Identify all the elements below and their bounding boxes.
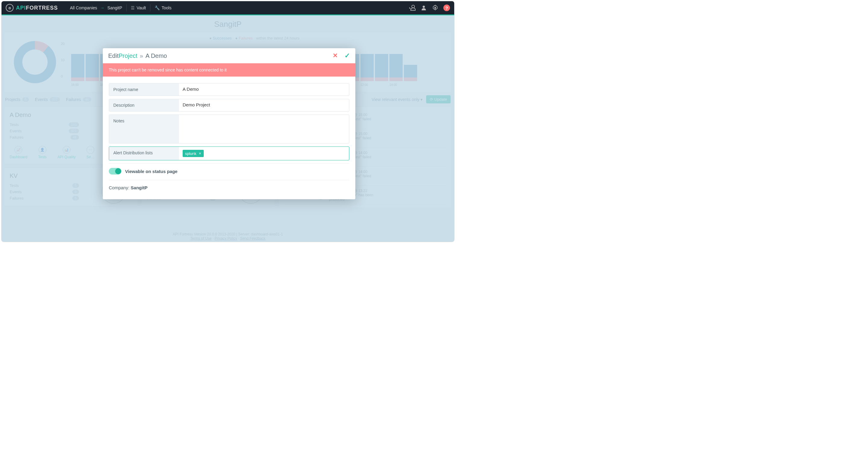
close-icon[interactable]: ✕ (333, 52, 338, 60)
tag-chip[interactable]: splunk × (183, 150, 204, 157)
project-name-input[interactable] (183, 87, 345, 92)
arrow-icon: → (100, 5, 104, 10)
edit-project-modal: Edit Project » A Demo ✕ ✓ This project c… (103, 48, 355, 199)
logo-text-b: FORTRESS (26, 5, 58, 11)
viewable-toggle[interactable] (109, 168, 121, 175)
database-icon: ☰ (131, 5, 135, 10)
gear-icon[interactable] (432, 4, 438, 11)
svg-point-0 (423, 6, 425, 8)
modal-title-name: A Demo (146, 53, 167, 59)
nav-tools[interactable]: Tools (161, 5, 172, 10)
breadcrumb-leaf[interactable]: SangitP (107, 5, 122, 10)
breadcrumb: All Companies → SangitP ☰ Vault 🔧 Tools (70, 4, 172, 11)
label-project-name: Project name (109, 84, 179, 96)
logo[interactable]: ⌾ APIFORTRESS (6, 4, 58, 12)
label-description: Description (109, 99, 179, 111)
logo-text-a: API (16, 5, 26, 11)
label-notes: Notes (109, 115, 179, 143)
company-line: Company: SangitP (109, 180, 349, 196)
confirm-icon[interactable]: ✓ (344, 52, 350, 60)
viewable-label: Viewable on status page (125, 169, 178, 174)
modal-title-edit: Edit (108, 53, 119, 59)
add-user-icon[interactable] (409, 4, 415, 11)
notes-input[interactable] (183, 118, 345, 128)
tag-label: splunk (185, 151, 196, 156)
help-icon[interactable]: ? (443, 4, 450, 11)
description-input[interactable] (183, 102, 345, 107)
remove-tag-icon[interactable]: × (199, 151, 201, 156)
modal-title-project: Project (119, 53, 137, 59)
breadcrumb-root[interactable]: All Companies (70, 5, 97, 10)
chevron-icon: » (140, 53, 143, 59)
alert-lists-input[interactable]: splunk × (179, 147, 349, 160)
wrench-icon: 🔧 (155, 5, 160, 10)
logo-emblem-icon: ⌾ (6, 4, 13, 12)
nav-vault[interactable]: Vault (136, 5, 146, 10)
label-alert-lists: Alert Distribution lists (109, 147, 179, 160)
user-icon[interactable] (421, 4, 427, 11)
topbar: ⌾ APIFORTRESS All Companies → SangitP ☰ … (1, 1, 454, 14)
svg-point-1 (434, 7, 436, 9)
modal-alert: This project can't be removed since has … (103, 63, 355, 76)
